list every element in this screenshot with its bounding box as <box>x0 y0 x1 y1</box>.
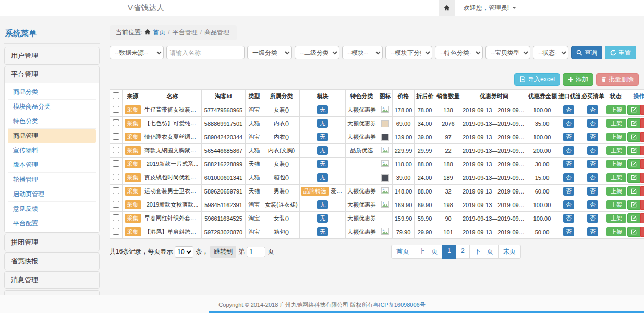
icp-link[interactable]: 粤ICP备16098006号 <box>373 302 425 308</box>
delete-button[interactable] <box>640 105 644 115</box>
home-button[interactable] <box>439 0 455 16</box>
delete-button[interactable] <box>640 132 644 142</box>
module-select[interactable]: --模块-- <box>342 46 383 59</box>
delete-button[interactable] <box>640 186 644 196</box>
sidebar-item[interactable]: 轮播管理 <box>8 173 96 187</box>
sidebar-item[interactable]: 特色分类 <box>8 114 96 129</box>
row-checkbox[interactable] <box>113 106 119 113</box>
status-badge[interactable]: 上架 <box>606 160 626 168</box>
status-badge[interactable]: 上架 <box>606 214 626 223</box>
sidebar-item[interactable]: 意见反馈 <box>8 202 96 216</box>
row-checkbox[interactable] <box>113 133 119 140</box>
sidebar-item[interactable]: 商品管理 <box>8 129 96 143</box>
must-buy-badge[interactable]: 否 <box>587 105 598 114</box>
breadcrumb-item[interactable]: 首页 <box>153 29 165 36</box>
status-badge[interactable]: 上架 <box>606 146 626 155</box>
delete-button[interactable] <box>640 146 644 155</box>
select-all-checkbox[interactable] <box>113 92 119 99</box>
must-buy-badge[interactable]: 否 <box>587 146 598 155</box>
name-input[interactable] <box>166 46 245 59</box>
page-button[interactable]: 末页 <box>498 245 521 259</box>
import-select-badge[interactable]: 否 <box>563 160 574 168</box>
delete-button[interactable] <box>640 118 644 128</box>
import-excel-button[interactable]: 导入excel <box>514 73 560 86</box>
must-buy-badge[interactable]: 否 <box>587 160 598 168</box>
import-select-badge[interactable]: 否 <box>563 133 574 141</box>
edit-button[interactable] <box>627 186 640 196</box>
jump-button[interactable]: 跳转到 <box>210 246 236 258</box>
row-checkbox[interactable] <box>113 201 119 208</box>
sidebar-section[interactable]: 平台管理 <box>5 66 99 83</box>
sidebar-section[interactable]: 消息管理 <box>5 272 99 288</box>
sidebar-item[interactable]: 商品分类 <box>8 85 96 100</box>
edit-button[interactable] <box>627 213 640 223</box>
item-type-select[interactable]: --宝贝类型-- <box>485 46 530 59</box>
must-buy-badge[interactable]: 否 <box>587 214 598 223</box>
status-badge[interactable]: 上架 <box>606 187 626 196</box>
sidebar-item[interactable]: 版本管理 <box>8 158 96 173</box>
must-buy-badge[interactable]: 否 <box>587 227 598 236</box>
page-button[interactable]: 下一页 <box>469 245 499 259</box>
status-select[interactable]: --状态-- <box>533 46 568 59</box>
row-checkbox[interactable] <box>113 214 119 221</box>
batch-delete-button[interactable]: 批量删除 <box>596 73 639 86</box>
edit-button[interactable] <box>627 118 640 128</box>
must-buy-badge[interactable]: 否 <box>587 200 598 209</box>
sidebar-item[interactable]: 模块商品分类 <box>8 100 96 114</box>
row-checkbox[interactable] <box>113 119 119 126</box>
import-select-badge[interactable]: 否 <box>563 227 574 236</box>
delete-button[interactable] <box>640 173 644 183</box>
edit-button[interactable] <box>627 227 640 237</box>
must-buy-badge[interactable]: 否 <box>587 133 598 141</box>
query-button[interactable]: 查询 <box>571 46 602 59</box>
delete-button[interactable] <box>640 159 644 169</box>
delete-button[interactable] <box>640 227 644 237</box>
level1-category-select[interactable]: 一级分类 <box>247 46 292 59</box>
module-subcategory-select[interactable]: --模块下分类-- <box>385 46 432 59</box>
import-select-badge[interactable]: 否 <box>563 105 574 114</box>
row-checkbox[interactable] <box>113 228 119 235</box>
edit-button[interactable] <box>627 159 640 169</box>
page-button[interactable]: 上一页 <box>414 245 443 259</box>
row-checkbox[interactable] <box>113 147 119 153</box>
page-button[interactable]: 首页 <box>391 245 414 259</box>
edit-button[interactable] <box>627 200 640 210</box>
sidebar-section[interactable]: 省惠快报 <box>5 253 99 270</box>
status-badge[interactable]: 上架 <box>606 227 626 236</box>
import-select-badge[interactable]: 否 <box>563 146 574 155</box>
sidebar-item[interactable]: 宣传物料 <box>8 143 96 158</box>
page-number-input[interactable] <box>247 247 265 257</box>
page-button[interactable]: 2 <box>456 245 470 259</box>
row-checkbox[interactable] <box>113 187 119 194</box>
delete-button[interactable] <box>640 200 644 210</box>
sidebar-section[interactable]: 拼团管理 <box>5 234 99 251</box>
page-button[interactable]: 1 <box>442 245 456 259</box>
status-badge[interactable]: 上架 <box>606 133 626 141</box>
status-badge[interactable]: 上架 <box>606 200 626 209</box>
sidebar-item[interactable]: 平台配置 <box>8 216 96 231</box>
edit-button[interactable] <box>627 105 640 115</box>
edit-button[interactable] <box>627 132 640 142</box>
import-select-badge[interactable]: 否 <box>563 214 574 223</box>
status-badge[interactable]: 上架 <box>606 173 626 182</box>
import-select-badge[interactable]: 否 <box>563 119 574 128</box>
edit-button[interactable] <box>627 146 640 155</box>
user-menu[interactable]: 欢迎您，管理员! <box>455 0 644 16</box>
edit-button[interactable] <box>627 173 640 183</box>
must-buy-badge[interactable]: 否 <box>587 173 598 182</box>
status-badge[interactable]: 上架 <box>606 105 626 114</box>
import-select-badge[interactable]: 否 <box>563 173 574 182</box>
import-select-badge[interactable]: 否 <box>563 187 574 196</box>
row-checkbox[interactable] <box>113 174 119 180</box>
per-page-select[interactable]: 10 <box>175 246 193 258</box>
status-badge[interactable]: 上架 <box>606 119 626 128</box>
level2-category-select[interactable]: --二级分类-- <box>295 46 339 59</box>
import-select-badge[interactable]: 否 <box>563 200 574 209</box>
sidebar-item[interactable]: 启动页管理 <box>8 187 96 202</box>
must-buy-badge[interactable]: 否 <box>587 187 598 196</box>
must-buy-badge[interactable]: 否 <box>587 119 598 128</box>
row-checkbox[interactable] <box>113 160 119 167</box>
sidebar-section[interactable]: 订单管理 <box>5 291 99 295</box>
reset-button[interactable]: 重置 <box>605 46 636 59</box>
sidebar-section[interactable]: 用户管理 <box>5 47 99 64</box>
